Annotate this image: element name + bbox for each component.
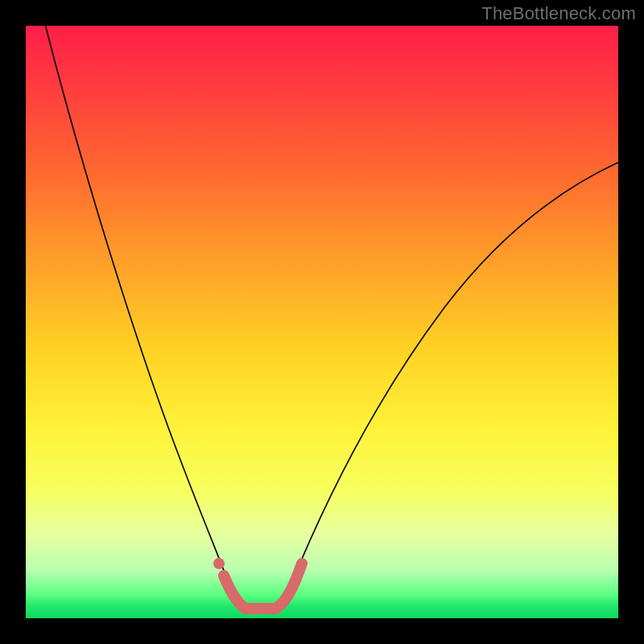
watermark-text: TheBottleneck.com	[481, 3, 636, 24]
highlight-right-stroke	[275, 564, 302, 609]
bottleneck-curve-right	[290, 161, 621, 588]
plot-area	[26, 26, 618, 618]
chart-frame: TheBottleneck.com	[0, 0, 644, 644]
curve-svg	[26, 26, 618, 618]
bottleneck-curve-left	[43, 18, 231, 589]
highlight-left-stroke	[224, 576, 246, 609]
highlight-dot	[213, 558, 225, 569]
